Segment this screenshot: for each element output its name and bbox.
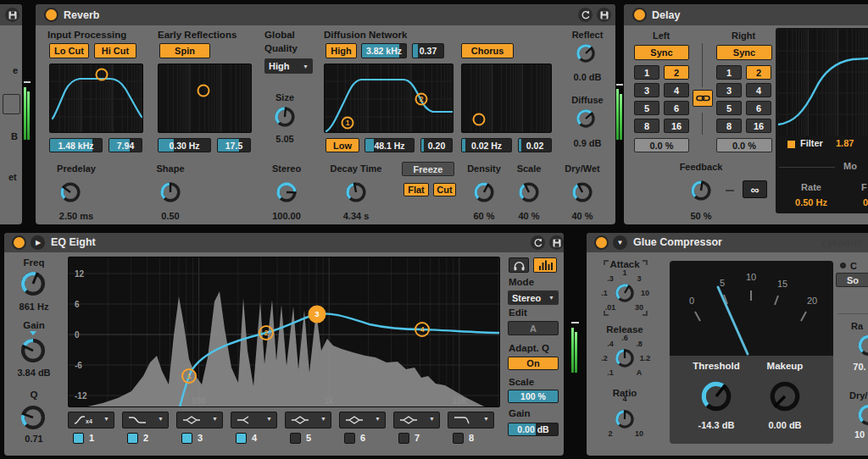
delay-beat-6[interactable]: 6 — [664, 101, 689, 115]
hi-shelf-button[interactable]: High — [326, 43, 357, 58]
audition-button[interactable] — [509, 257, 529, 273]
delay-beat-8[interactable]: 8 — [716, 119, 742, 133]
delay-beat-8[interactable]: 8 — [634, 119, 659, 133]
spin-rate-value[interactable]: 0.30 Hz — [158, 138, 211, 152]
reverb-header[interactable] — [36, 4, 615, 25]
eq8-fold-button[interactable]: ▶ — [31, 235, 45, 250]
band-8-filter-type-dropdown[interactable]: ▼ — [448, 412, 494, 429]
band-gain-knob[interactable] — [19, 336, 47, 365]
offset-right-value[interactable]: 0.0 % — [716, 138, 772, 152]
mod-filter-value-partial[interactable]: 0 — [863, 197, 868, 207]
filter-freq-value[interactable]: 1.87 — [836, 138, 854, 148]
band-1-enable-checkbox[interactable] — [73, 433, 84, 444]
lo-shelf-gain-value[interactable]: 0.20 — [420, 138, 453, 152]
band-7-filter-type-dropdown[interactable]: ▼ — [393, 412, 440, 429]
shape-value[interactable]: 0.50 — [145, 211, 196, 221]
save-preset-icon[interactable] — [549, 235, 564, 250]
delay-beat-1[interactable]: 1 — [716, 65, 742, 80]
analyzer-toggle-button[interactable] — [533, 257, 557, 273]
save-preset-icon[interactable] — [5, 8, 19, 22]
chorus-button[interactable]: Chorus — [461, 43, 514, 58]
edit-ab-button[interactable]: A — [508, 321, 559, 335]
input-freq-value[interactable]: 1.48 kHz — [49, 138, 103, 152]
band-freq-knob[interactable] — [19, 269, 47, 298]
scale-value[interactable]: 40 % — [504, 211, 554, 221]
band-6-filter-type-dropdown[interactable]: ▼ — [339, 412, 386, 429]
band-freq-value[interactable]: 861 Hz — [8, 301, 59, 312]
sync-left-button[interactable]: Sync — [634, 45, 689, 60]
size-value[interactable]: 5.05 — [261, 134, 309, 144]
reflect-value[interactable]: 0.0 dB — [562, 72, 613, 82]
lo-shelf-freq-value[interactable]: 48.1 Hz — [364, 138, 415, 152]
chorus-amount-value[interactable]: 0.02 — [518, 138, 552, 152]
soft-clip-button-partial[interactable]: So — [836, 273, 868, 287]
predelay-value[interactable]: 2.50 ms — [51, 211, 102, 221]
delay-beat-6[interactable]: 6 — [746, 101, 771, 115]
threshold-knob[interactable] — [698, 379, 734, 414]
reverb-device-activator[interactable] — [44, 8, 58, 22]
band-q-value[interactable]: 0.71 — [8, 434, 59, 444]
diffuse-value[interactable]: 0.9 dB — [562, 138, 613, 148]
scale-value[interactable]: 100 % — [508, 390, 559, 403]
stereo-value[interactable]: 100.00 — [261, 211, 312, 221]
band-gain-value[interactable]: 3.84 dB — [8, 368, 59, 378]
save-preset-icon[interactable] — [597, 8, 611, 22]
stereo-knob[interactable] — [275, 180, 298, 204]
attack-knob[interactable] — [614, 282, 636, 304]
cut-button[interactable]: Cut — [433, 183, 456, 196]
glue-dry-wet-knob[interactable] — [856, 402, 868, 428]
spin-amount-value[interactable]: 17.5 — [217, 138, 251, 152]
delay-beat-16[interactable]: 16 — [746, 119, 771, 133]
decay-time-value[interactable]: 4.34 s — [331, 211, 381, 221]
band-4-filter-type-dropdown[interactable]: ▼ — [231, 412, 277, 429]
lo-shelf-button[interactable]: Low — [326, 138, 359, 152]
size-knob[interactable] — [273, 105, 297, 129]
mod-rate-value[interactable]: 0.50 Hz — [787, 197, 836, 207]
clipped-value-box[interactable] — [3, 94, 20, 114]
adaptive-q-toggle[interactable]: On — [508, 357, 559, 370]
dry-wet-knob[interactable] — [570, 180, 594, 204]
hi-shelf-gain-value[interactable]: 0.37 — [412, 43, 444, 58]
band-2-filter-type-dropdown[interactable]: ▼ — [122, 412, 169, 429]
spin-button[interactable]: Spin — [159, 43, 210, 58]
hi-shelf-freq-value[interactable]: 3.82 kHz — [361, 43, 407, 58]
band-4-enable-checkbox[interactable] — [236, 433, 247, 444]
delay-filter-display[interactable] — [778, 30, 868, 135]
predelay-knob[interactable] — [58, 180, 82, 204]
delay-beat-2[interactable]: 2 — [746, 65, 771, 80]
feedback-value[interactable]: 50 % — [676, 211, 726, 221]
decay-time-knob[interactable] — [344, 180, 368, 204]
range-knob[interactable] — [856, 333, 868, 358]
delay-beat-3[interactable]: 3 — [634, 83, 659, 97]
makeup-value[interactable]: 0.00 dB — [751, 420, 819, 430]
band-q-knob[interactable] — [19, 403, 47, 432]
band-5-enable-checkbox[interactable] — [290, 433, 301, 444]
delay-beat-3[interactable]: 3 — [716, 83, 742, 97]
freeze-button[interactable]: Freeze — [402, 162, 454, 176]
shape-knob[interactable] — [159, 180, 182, 204]
diffusion-filter-display[interactable]: 12 — [324, 64, 453, 133]
dry-wet-value[interactable]: 40 % — [557, 211, 608, 221]
band-3-enable-checkbox[interactable] — [181, 433, 192, 444]
mode-dropdown[interactable]: Stereo▼ — [508, 290, 559, 305]
stereo-link-button[interactable] — [693, 90, 713, 107]
flat-button[interactable]: Flat — [403, 183, 429, 196]
band-5-filter-type-dropdown[interactable]: ▼ — [285, 412, 331, 429]
lo-cut-button[interactable]: Lo Cut — [49, 43, 89, 58]
glue-fold-button[interactable]: ▼ — [613, 235, 627, 250]
band-8-enable-checkbox[interactable] — [453, 433, 464, 444]
eq-curve-display[interactable]: 1260-6-121001k10k1234 — [68, 257, 500, 407]
delay-beat-16[interactable]: 16 — [664, 119, 689, 133]
diffuse-knob[interactable] — [575, 108, 597, 130]
feedback-knob[interactable] — [689, 179, 713, 202]
hi-cut-button[interactable]: Hi Cut — [94, 43, 136, 58]
offset-left-value[interactable]: 0.0 % — [634, 138, 689, 152]
hot-swap-icon[interactable] — [578, 8, 593, 22]
delay-beat-5[interactable]: 5 — [634, 101, 659, 115]
density-knob[interactable] — [472, 180, 496, 204]
glue-dry-wet-value-partial[interactable]: 10 — [841, 429, 868, 440]
band-6-enable-checkbox[interactable] — [344, 433, 355, 444]
delay-beat-4[interactable]: 4 — [746, 83, 771, 97]
input-q-value[interactable]: 7.94 — [108, 138, 142, 152]
release-knob[interactable] — [614, 347, 636, 369]
